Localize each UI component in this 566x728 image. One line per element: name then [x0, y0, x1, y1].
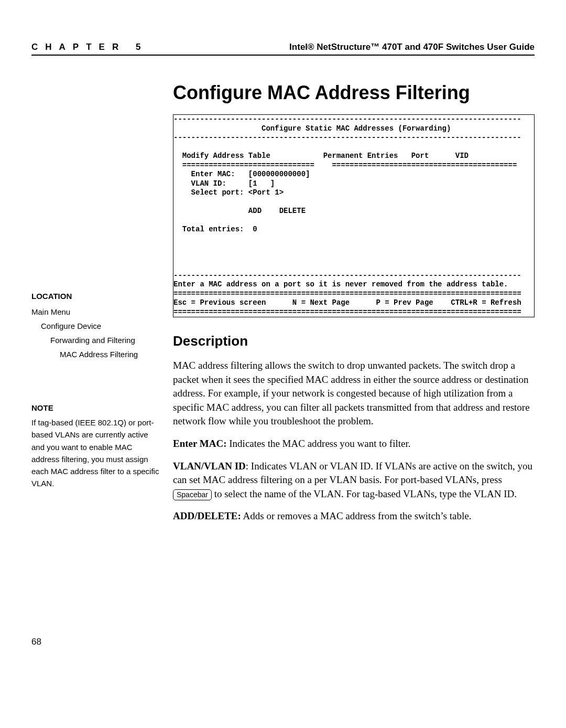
page-title: Configure MAC Address Filtering — [173, 82, 535, 104]
permanent-entries-col: Permanent Entries — [323, 152, 398, 160]
vid-col: VID — [455, 152, 469, 160]
page-number: 68 — [31, 637, 535, 647]
enter-mac-value: [000000000000] — [248, 170, 310, 178]
guide-title: Intel® NetStructure™ 470T and 470F Switc… — [289, 42, 535, 52]
vlan-id-value: [1 ] — [248, 179, 275, 188]
adddelete-paragraph: ADD/DELETE: Adds or removes a MAC addres… — [173, 509, 535, 523]
page-header: CHAPTER 5 Intel® NetStructure™ 470T and … — [31, 42, 535, 56]
sidebar: LOCATION Main Menu Configure Device Forw… — [31, 82, 173, 532]
main-content: Configure MAC Address Filtering --------… — [173, 82, 535, 532]
esc-hint: Esc = Previous screen — [173, 298, 266, 307]
refresh-hint: CTRL+R = Refresh — [451, 298, 521, 307]
note-heading: NOTE — [31, 403, 162, 412]
location-item-forwarding-filtering: Forwarding and Filtering — [31, 333, 162, 347]
enter-mac-label: Enter MAC: — [191, 170, 235, 178]
note-text: If tag-based (IEEE 802.1Q) or port-based… — [31, 416, 162, 490]
modify-address-table-label: Modify Address Table — [182, 152, 270, 160]
total-entries-value: 0 — [253, 225, 257, 233]
vlan-label-text: VLAN/VLAN ID — [173, 461, 246, 472]
prev-hint: P = Prev Page — [376, 298, 433, 307]
note-block: NOTE If tag-based (IEEE 802.1Q) or port-… — [31, 403, 162, 490]
adddelete-label-text: ADD/DELETE: — [173, 510, 241, 521]
delete-button-label: DELETE — [279, 207, 306, 215]
terminal-hint: Enter a MAC address on a port so it is n… — [173, 280, 508, 288]
terminal-title: Configure Static MAC Addresses (Forwardi… — [262, 124, 451, 133]
location-item-mac-filtering: MAC Address Filtering — [31, 347, 162, 361]
select-port-value: <Port 1> — [248, 188, 284, 197]
chapter-label: CHAPTER 5 — [31, 42, 148, 52]
location-heading: LOCATION — [31, 292, 162, 301]
select-port-label: Select port: — [191, 188, 244, 197]
enter-mac-label-text: Enter MAC: — [173, 438, 227, 449]
location-item-main-menu: Main Menu — [31, 305, 162, 319]
terminal-screenshot: ----------------------------------------… — [173, 114, 535, 317]
add-button-label: ADD — [248, 207, 262, 215]
description-heading: Description — [173, 333, 535, 349]
total-entries-label: Total entries: — [182, 225, 244, 233]
port-col: Port — [411, 152, 429, 160]
vlan-paragraph: VLAN/VLAN ID: Indicates VLAN or VLAN ID.… — [173, 459, 535, 501]
enter-mac-paragraph: Enter MAC: Indicates the MAC address you… — [173, 437, 535, 451]
description-paragraph-1: MAC address filtering allows the switch … — [173, 359, 535, 429]
description-body: MAC address filtering allows the switch … — [173, 359, 535, 523]
vlan-id-label: VLAN ID: — [191, 179, 226, 188]
next-hint: N = Next Page — [292, 298, 350, 307]
location-item-configure-device: Configure Device — [31, 319, 162, 333]
spacebar-keycap: Spacebar — [173, 489, 212, 501]
location-block: LOCATION Main Menu Configure Device Forw… — [31, 292, 162, 361]
